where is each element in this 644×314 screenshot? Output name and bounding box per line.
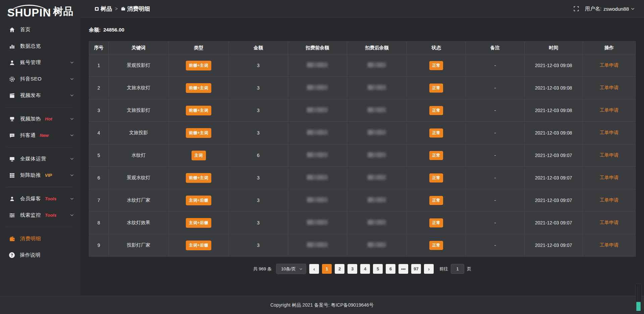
cell-status: 正常: [407, 99, 466, 122]
sidebar-item-label: 矩阵助推: [20, 172, 41, 178]
balance-value: 24856.00: [103, 27, 124, 33]
sidebar-menu: 首页 数据总览 账号管理 抖音SEO 视频发布 视频加热 Hot: [0, 21, 80, 263]
cell-remark: -: [466, 77, 524, 99]
redacted-value: [368, 62, 386, 67]
table-row: 8 水纹灯效果 主词+后缀 3 正常 - 2021-12-03 09:07 工单…: [89, 212, 636, 234]
sidebar-item-lead-monitor[interactable]: 线索监控 Tools: [0, 207, 80, 223]
scrollbar[interactable]: [635, 284, 642, 312]
cell-index: 2: [89, 77, 109, 99]
table-row: 6 景观水纹灯 前缀+主词 3 正常 - 2021-12-03 09:07 工单…: [89, 167, 636, 189]
chevron-down-icon: [70, 213, 74, 217]
type-badge: 前缀+主词: [186, 173, 211, 183]
cell-index: 5: [89, 144, 109, 167]
cell-index: 4: [89, 122, 109, 144]
grid-icon: [9, 172, 15, 178]
scrollbar-thumb[interactable]: [636, 302, 641, 311]
cell-balance-after: [347, 54, 407, 77]
sidebar-item-account[interactable]: 账号管理: [0, 54, 80, 71]
cell-balance-after: [347, 212, 407, 234]
cell-action: 工单申请: [583, 167, 635, 189]
cell-remark: -: [466, 144, 524, 167]
cell-remark: -: [466, 212, 524, 234]
sidebar-item-consumption-detail[interactable]: 消费明细: [0, 230, 80, 247]
app-icon: [95, 7, 99, 11]
username-label: 用户名:: [585, 6, 601, 12]
page-button-6[interactable]: 6: [386, 264, 395, 274]
type-badge: 前缀+主词: [186, 61, 211, 70]
sidebar-item-label: 首页: [20, 27, 31, 33]
sidebar-item-instructions[interactable]: ? 操作说明: [0, 247, 80, 263]
work-order-link[interactable]: 工单申请: [600, 85, 619, 90]
sidebar-item-media-ops[interactable]: 全媒体运营: [0, 151, 80, 167]
redacted-value: [307, 242, 328, 247]
work-order-link[interactable]: 工单申请: [600, 242, 619, 248]
page-button-4[interactable]: 4: [360, 264, 370, 274]
work-order-link[interactable]: 工单申请: [600, 152, 619, 158]
status-badge: 正常: [429, 84, 443, 93]
redacted-value: [368, 197, 386, 202]
cell-time: 2021-12-03 09:07: [524, 234, 583, 257]
goto-page-input[interactable]: [451, 264, 464, 274]
prev-page-button[interactable]: ‹: [309, 264, 319, 274]
cell-amount: 3: [229, 212, 288, 234]
chevron-down-icon: [70, 157, 74, 161]
sidebar-item-video-heat[interactable]: 视频加热 Hot: [0, 111, 80, 127]
cell-remark: -: [466, 99, 524, 122]
work-order-link[interactable]: 工单申请: [600, 130, 619, 135]
cell-amount: 3: [229, 99, 288, 122]
page-ellipsis-button[interactable]: •••: [398, 264, 408, 274]
sidebar-item-seo[interactable]: 抖音SEO: [0, 71, 80, 87]
type-badge: 前缀+主词: [186, 128, 211, 138]
page-size-select[interactable]: 10条/页: [276, 264, 306, 274]
sidebar-item-video-publish[interactable]: 视频发布: [0, 87, 80, 104]
work-order-link[interactable]: 工单申请: [600, 107, 619, 113]
cell-balance-before: [288, 77, 347, 99]
page-button-5[interactable]: 5: [373, 264, 383, 274]
work-order-link[interactable]: 工单申请: [600, 220, 619, 225]
cell-remark: -: [466, 167, 524, 189]
work-order-link[interactable]: 工单申请: [600, 197, 619, 203]
sidebar-item-label: 消费明细: [20, 235, 41, 242]
table-row: 5 水纹灯 主词 6 正常 - 2021-12-03 09:07 工单申请: [89, 144, 636, 167]
user-menu[interactable]: 用户名: zswodun88: [585, 6, 635, 12]
sidebar-item-matrix-boost[interactable]: 矩阵助推 VIP: [0, 167, 80, 184]
fullscreen-icon[interactable]: [574, 6, 579, 11]
sidebar-divider: [6, 187, 73, 187]
page-button-97[interactable]: 97: [411, 264, 421, 274]
work-order-link[interactable]: 工单申请: [600, 175, 619, 180]
cell-time: 2021-12-03 09:07: [524, 167, 583, 189]
topbar: 树品 > 消费明细 用户名: zswodun88: [80, 0, 644, 17]
page-button-2[interactable]: 2: [335, 264, 344, 274]
scrollbar-track[interactable]: [636, 285, 641, 311]
sidebar-item-data-overview[interactable]: 数据总览: [0, 38, 80, 54]
pagination-total: 共 969 条: [253, 266, 272, 272]
page-button-1[interactable]: 1: [322, 264, 332, 274]
next-page-button[interactable]: ›: [424, 264, 434, 274]
work-order-link[interactable]: 工单申请: [600, 62, 619, 68]
sidebar-item-doukutong[interactable]: 抖客通 New: [0, 127, 80, 144]
cell-balance-after: [347, 77, 407, 99]
sidebar-item-home[interactable]: 首页: [0, 21, 80, 38]
cell-type: 前缀+主词: [169, 167, 229, 189]
cell-balance-before: [288, 122, 347, 144]
cell-time: 2021-12-03 09:07: [524, 189, 583, 212]
page-button-3[interactable]: 3: [347, 264, 357, 274]
cell-keyword: 文旅投影: [108, 122, 168, 144]
breadcrumb-home[interactable]: 树品: [95, 5, 112, 13]
breadcrumb: 树品 > 消费明细: [95, 5, 150, 13]
cell-type: 前缀+主词: [169, 77, 229, 99]
cell-time: 2021-12-03 09:07: [524, 212, 583, 234]
balance-row: 余额:24856.00: [89, 27, 636, 33]
table-row: 1 景观投影灯 前缀+主词 3 正常 - 2021-12-03 09:08 工单…: [89, 54, 636, 77]
col-header-balance-before: 扣费前余额: [288, 42, 347, 54]
topbar-right: 用户名: zswodun88: [574, 6, 635, 12]
col-header-amount: 金额: [229, 42, 288, 54]
copyright-text: Copyright 树品 2021 备案号: 粤ICP备09019646号: [270, 302, 374, 308]
sidebar-item-label: 数据总览: [20, 43, 41, 49]
cell-balance-after: [347, 167, 407, 189]
cell-index: 1: [89, 54, 109, 77]
redacted-value: [368, 175, 386, 180]
monitor-icon: [9, 156, 15, 162]
redacted-value: [307, 175, 328, 180]
sidebar-item-member-burst[interactable]: 会员爆客 Tools: [0, 191, 80, 207]
